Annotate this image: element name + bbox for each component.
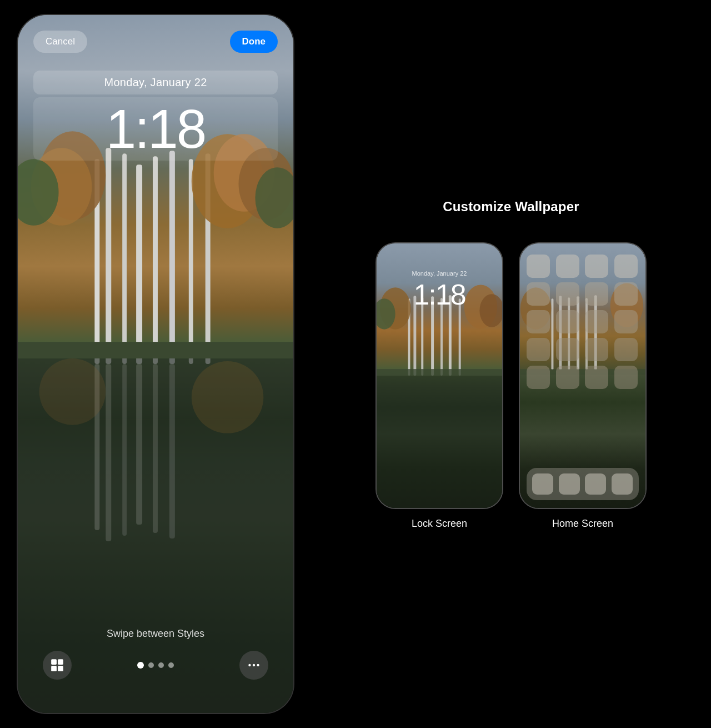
lock-screen-preview-phone[interactable]: Monday, January 22 1:18 [375,242,503,509]
home-icon [614,310,638,333]
home-icon [527,255,550,278]
dock-icon [612,473,633,495]
svg-rect-32 [58,666,63,671]
bottom-section: Swipe between Styles [18,628,293,680]
home-icon [614,282,638,306]
done-button[interactable]: Done [230,31,278,53]
svg-rect-22 [106,364,111,541]
svg-point-33 [248,664,251,666]
bottom-controls [18,651,293,680]
home-icon [527,366,550,389]
customize-title: Customize Wallpaper [443,199,579,215]
dot-1 [137,662,144,669]
cancel-button[interactable]: Cancel [33,31,87,53]
home-icon [556,310,579,333]
home-icon [585,282,608,306]
wallpaper-previews: Monday, January 22 1:18 Lock Screen [375,242,647,530]
date-text: Monday, January 22 [104,76,207,88]
dot-4 [168,662,174,668]
home-icon [585,310,608,333]
home-icon [614,338,638,361]
home-icon [585,338,608,361]
svg-rect-4 [136,164,142,364]
svg-rect-49 [377,376,502,508]
dock-icon [585,473,606,495]
home-icon [527,282,550,306]
home-screen-preview-item: Home Screen [519,242,647,530]
svg-point-28 [192,361,264,433]
svg-rect-2 [106,148,111,364]
home-icons-grid [527,255,639,389]
style-dots [137,662,174,669]
svg-rect-25 [153,364,158,533]
lock-screen-label: Lock Screen [412,518,467,530]
styles-icon [50,658,64,672]
svg-rect-16 [18,342,293,358]
lock-screen-preview-item: Monday, January 22 1:18 Lock Screen [375,242,503,530]
svg-rect-6 [169,151,175,364]
svg-rect-23 [122,364,127,536]
time-text: 1:18 [44,102,267,156]
lock-preview-date: Monday, January 22 [377,270,502,277]
swipe-hint-text: Swipe between Styles [107,628,204,640]
lock-preview-time: 1:18 [377,278,502,311]
dot-3 [158,662,164,668]
svg-point-34 [253,664,255,666]
svg-rect-29 [51,659,57,665]
home-icon [585,366,608,389]
time-widget[interactable]: 1:18 [33,97,278,161]
svg-rect-26 [169,364,175,538]
styles-button[interactable] [43,651,72,680]
phone-frame: Cancel Done Monday, January 22 1:18 Swip… [17,14,294,714]
svg-rect-24 [136,364,142,525]
home-icon [527,310,550,333]
home-screen-preview-phone[interactable] [519,242,647,509]
svg-point-27 [39,358,106,425]
home-icon [556,338,579,361]
svg-rect-3 [122,153,127,364]
more-options-button[interactable] [239,651,268,680]
home-icon [614,255,638,278]
home-icon [556,282,579,306]
left-panel: Cancel Done Monday, January 22 1:18 Swip… [0,0,311,728]
home-dock [527,468,639,500]
date-widget[interactable]: Monday, January 22 [33,71,278,94]
home-icon [556,255,579,278]
right-panel: Customize Wallpaper [311,0,711,728]
dot-2 [148,662,154,668]
home-icon [585,255,608,278]
svg-rect-5 [153,156,158,364]
svg-point-35 [257,664,259,666]
top-bar: Cancel Done [18,31,293,53]
dock-icon [559,473,580,495]
dock-icon [532,473,553,495]
svg-rect-30 [51,666,57,671]
svg-rect-48 [377,369,502,376]
svg-rect-31 [58,659,63,665]
home-icon [614,366,638,389]
home-screen-label: Home Screen [552,518,613,530]
more-options-icon [247,658,261,672]
home-icon [527,338,550,361]
home-icon [556,366,579,389]
